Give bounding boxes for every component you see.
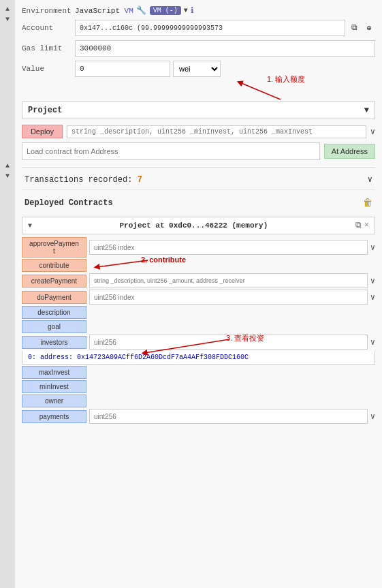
load-contract-row: At Address: [22, 142, 375, 160]
deploy-row: Deploy string _description, uint256 _min…: [22, 125, 375, 138]
function-row-dopayment: doPayment ∨: [22, 290, 375, 305]
approvepayment-chevron[interactable]: ∨: [370, 243, 375, 253]
contribute-section: contribute 2. contribute: [22, 259, 375, 272]
svg-line-1: [240, 82, 281, 99]
svg-line-5: [144, 339, 229, 353]
investors-section: investors ∨ 0: address: 0x14723A09ACff6D…: [22, 335, 375, 365]
contribute-button[interactable]: contribute: [22, 259, 86, 272]
value-section: Value wei gwei finney ether: [22, 61, 375, 102]
transactions-row: Transactions recorded: 7 ∨: [22, 170, 375, 189]
investors-button[interactable]: investors: [22, 336, 86, 349]
at-address-button[interactable]: At Address: [324, 144, 375, 159]
env-icon: 🔧: [136, 5, 147, 16]
sidebar-collapse-up[interactable]: ▲: [5, 5, 10, 13]
sidebar: ▲ ▼ ▲ ▼: [0, 0, 15, 588]
gas-limit-input[interactable]: 3000000: [75, 40, 375, 57]
approvepayment-input[interactable]: [89, 240, 368, 255]
dopayment-input[interactable]: [89, 290, 368, 305]
arrow3-svg: [131, 336, 240, 363]
environment-value-row: JavaScript VM 🔧 VM (-) ▼ ℹ: [75, 5, 194, 16]
mininvest-button[interactable]: minInvest: [22, 380, 86, 393]
transactions-label-text: Transactions recorded:: [25, 175, 132, 185]
function-row-goal: goal: [22, 320, 375, 333]
value-row: Value wei gwei finney ether: [22, 61, 375, 77]
transactions-count: 7: [138, 175, 142, 185]
function-row-maxinvest: maxInvest: [22, 366, 375, 379]
deployed-header: Deployed Contracts 🗑: [22, 195, 375, 211]
account-input[interactable]: [75, 20, 345, 36]
contract-instance-title: Project at 0xdc0...46222 (memory): [35, 221, 353, 230]
account-value-group: ⧉ ⊕: [75, 20, 375, 36]
project-dropdown[interactable]: Project ▼: [22, 102, 375, 119]
annotation1-container: 1. 输入额度: [22, 81, 375, 102]
payments-input[interactable]: [89, 409, 368, 424]
goal-button[interactable]: goal: [22, 320, 86, 333]
sidebar-arrow-down[interactable]: ▼: [5, 172, 10, 180]
function-row-owner: owner: [22, 394, 375, 407]
value-label: Value: [22, 65, 75, 73]
sidebar-arrow-up[interactable]: ▲: [5, 162, 10, 170]
contract-instance-header: ▼ Project at 0xdc0...46222 (memory) ⧉ ×: [22, 217, 375, 234]
contract-close-icon[interactable]: ×: [364, 221, 369, 230]
env-dropdown-arrow[interactable]: ▼: [184, 7, 188, 14]
function-row-payments: payments ∨: [22, 409, 375, 424]
trash-icon[interactable]: 🗑: [363, 198, 372, 208]
project-label: Project: [28, 106, 62, 115]
annotation3-text: 3. 查看投资: [226, 333, 264, 343]
createpayment-button[interactable]: createPayment: [22, 275, 86, 288]
payments-button[interactable]: payments: [22, 410, 86, 423]
annotation2-text: 2. contribute: [141, 256, 186, 264]
transactions-label: Transactions recorded: 7: [25, 175, 142, 185]
approvepayment-button[interactable]: approvePayment: [22, 237, 86, 258]
dopayment-button[interactable]: doPayment: [22, 291, 86, 304]
deploy-chevron[interactable]: ∨: [370, 127, 375, 137]
account-label: Account: [22, 24, 75, 32]
function-row-description: description: [22, 306, 375, 319]
owner-button[interactable]: owner: [22, 394, 86, 407]
maxinvest-button[interactable]: maxInvest: [22, 366, 86, 379]
deploy-button[interactable]: Deploy: [22, 125, 63, 138]
investors-chevron[interactable]: ∨: [370, 337, 375, 347]
function-row-createpayment: createPayment ∨: [22, 273, 375, 288]
annotation1-text: 1. 输入额度: [267, 74, 305, 84]
deployed-contracts-section: Deployed Contracts 🗑 ▼ Project at 0xdc0.…: [22, 195, 375, 424]
account-row: Account ⧉ ⊕: [22, 20, 375, 36]
project-chevron: ▼: [364, 106, 369, 115]
transactions-chevron[interactable]: ∨: [368, 174, 372, 185]
function-row-contribute: contribute: [22, 259, 375, 272]
contract-copy-icon[interactable]: ⧉: [355, 221, 362, 230]
sidebar-collapse-down[interactable]: ▼: [5, 16, 10, 23]
account-plus-icon[interactable]: ⊕: [363, 22, 375, 34]
deploy-params: string _description, uint256 _minInvest,…: [67, 125, 366, 138]
main-panel: Environment JavaScript VM 🔧 VM (-) ▼ ℹ A…: [15, 0, 382, 435]
description-button[interactable]: description: [22, 306, 86, 319]
env-js-text: JavaScript VM: [75, 7, 133, 15]
info-icon[interactable]: ℹ: [191, 5, 194, 16]
environment-label: Environment: [22, 7, 75, 15]
divider1: [22, 167, 375, 168]
load-contract-input[interactable]: [22, 142, 320, 160]
function-row-mininvest: minInvest: [22, 380, 375, 393]
svg-line-3: [97, 260, 148, 267]
createpayment-chevron[interactable]: ∨: [370, 276, 375, 286]
payments-chevron[interactable]: ∨: [370, 412, 375, 422]
account-copy-icon[interactable]: ⧉: [348, 22, 360, 34]
value-input[interactable]: [75, 61, 170, 77]
contract-expand-arrow[interactable]: ▼: [28, 222, 32, 230]
gas-limit-label: Gas limit: [22, 44, 75, 52]
env-badge[interactable]: VM (-): [150, 6, 181, 15]
deployed-title: Deployed Contracts: [25, 198, 113, 208]
dopayment-chevron[interactable]: ∨: [370, 292, 375, 303]
gas-limit-row: Gas limit 3000000: [22, 40, 375, 57]
function-row-approvepayment: approvePayment ∨: [22, 237, 375, 258]
environment-row: Environment JavaScript VM 🔧 VM (-) ▼ ℹ: [22, 5, 375, 16]
